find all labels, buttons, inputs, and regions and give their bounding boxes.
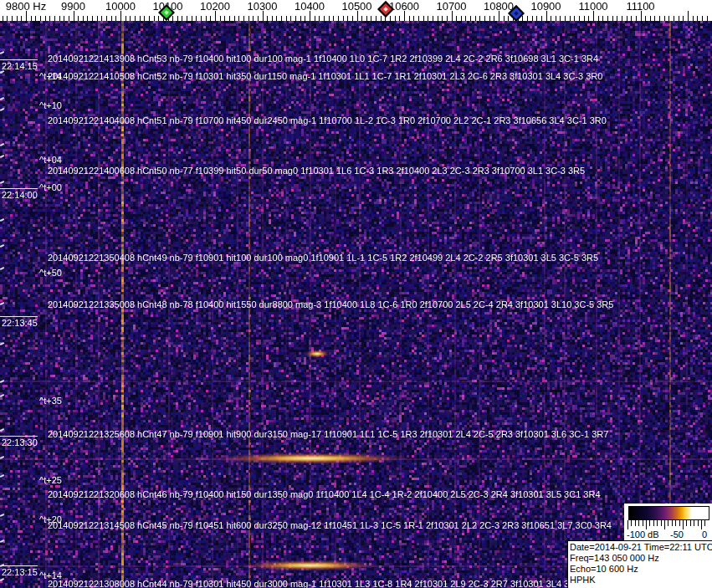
axis-tick — [376, 16, 376, 21]
axis-tick — [650, 16, 651, 21]
axis-tick — [413, 16, 414, 21]
axis-tick — [343, 16, 344, 21]
event-log-line: 20140921221335008 hCnt48 nb-78 f10400 hi… — [48, 299, 613, 309]
axis-tick — [305, 16, 305, 21]
axis-tick — [679, 16, 679, 21]
db-gradient-bar — [628, 506, 709, 520]
axis-tick — [584, 16, 585, 21]
db-label-min: -100 dB — [627, 529, 659, 539]
time-offset-marker: ^t+20 — [39, 514, 62, 524]
axis-tick — [574, 16, 575, 21]
time-axis-label: 22:14:00 — [2, 190, 38, 200]
axis-tick — [683, 16, 684, 21]
axis-tick — [201, 16, 202, 21]
axis-tick — [627, 16, 627, 21]
axis-tick — [602, 16, 603, 21]
info-line-echo: Echo=10 600 Hz — [570, 564, 712, 575]
axis-tick — [329, 16, 330, 21]
axis-tick — [111, 16, 112, 21]
axis-tick — [115, 16, 116, 21]
axis-tick — [83, 16, 84, 21]
time-axis-label: 22:13:45 — [2, 318, 38, 328]
axis-tick — [144, 16, 145, 21]
axis-tick — [536, 16, 537, 21]
axis-tick — [541, 16, 542, 21]
freq-axis-label: 11000 — [578, 0, 607, 13]
axis-tick — [45, 16, 46, 21]
freq-axis-label: 10500 — [341, 0, 371, 13]
axis-tick — [465, 16, 466, 21]
axis-tick — [272, 16, 273, 21]
time-offset-marker: ^t+14 — [39, 570, 62, 580]
axis-tick — [565, 16, 566, 21]
axis-tick — [276, 16, 277, 21]
axis-tick — [570, 16, 571, 21]
axis-tick — [484, 16, 485, 21]
axis-tick — [622, 16, 622, 21]
time-offset-marker: ^t+10 — [39, 100, 62, 110]
axis-tick — [187, 16, 187, 21]
axis-tick — [140, 16, 141, 21]
info-line-freq: Freq=143 050 000 Hz — [570, 553, 712, 564]
axis-tick — [556, 16, 556, 21]
axis-tick — [636, 16, 637, 21]
freq-axis-label: 10300 — [247, 0, 277, 13]
axis-tick — [668, 16, 669, 21]
axis-tick — [598, 16, 599, 21]
axis-tick — [234, 16, 235, 21]
axis-tick — [532, 16, 533, 21]
axis-tick — [267, 16, 268, 21]
axis-tick — [409, 16, 410, 21]
freq-axis-label: 9800 Hz — [6, 0, 46, 13]
time-offset-marker: ^t+25 — [39, 475, 62, 485]
axis-tick — [399, 16, 400, 21]
time-axis-label: 22:13:15 — [2, 567, 38, 577]
axis-tick — [158, 16, 159, 21]
axis-tick — [579, 16, 580, 21]
spectrogram-window: 9800 Hz990010000101001020010300104001050… — [0, 0, 712, 588]
axis-tick — [3, 16, 3, 21]
axis-tick — [654, 16, 655, 21]
axis-tick — [64, 16, 64, 21]
axis-tick — [210, 16, 211, 21]
event-log-line: 20140921221410508 hCnt52 nb-79 f10301 hi… — [48, 71, 602, 81]
axis-tick — [182, 16, 182, 21]
axis-tick — [456, 16, 457, 21]
axis-tick — [125, 16, 126, 21]
axis-tick — [21, 16, 22, 21]
axis-tick — [347, 16, 348, 21]
db-label-max: 0 — [702, 529, 707, 539]
time-axis-label: 22:14:15 — [2, 61, 38, 71]
axis-tick — [17, 16, 18, 21]
axis-tick — [7, 16, 8, 21]
axis-tick — [135, 16, 136, 21]
axis-tick — [645, 16, 646, 21]
axis-tick — [697, 16, 698, 21]
axis-tick — [428, 16, 428, 21]
event-log-line: 20140921221400608 hCnt50 nb-77 f10399 hi… — [48, 166, 585, 176]
axis-tick — [196, 16, 197, 21]
axis-tick — [361, 16, 362, 21]
freq-axis-label: 10700 — [436, 0, 466, 13]
event-log-line: 20140921221325608 hCnt47 nb-79 f10901 hi… — [48, 429, 608, 439]
info-line-station: HPHK — [570, 575, 712, 585]
db-scale-legend: -100 dB -50 0 — [624, 504, 712, 540]
freq-axis-label: 10400 — [295, 0, 325, 13]
axis-tick — [489, 16, 490, 21]
axis-tick — [192, 16, 192, 21]
axis-tick — [607, 16, 608, 21]
axis-tick — [54, 16, 55, 21]
freq-axis-label: 9900 — [61, 0, 85, 13]
axis-tick — [319, 16, 320, 21]
db-label-mid: -50 — [670, 529, 684, 539]
axis-tick — [423, 16, 424, 21]
red-diamond-marker-icon-core — [383, 7, 388, 12]
axis-tick — [92, 16, 93, 21]
axis-tick — [333, 16, 334, 21]
time-offset-marker: ^t+50 — [39, 268, 62, 278]
axis-tick — [238, 16, 239, 21]
time-offset-marker: ^t+14 — [39, 71, 62, 81]
blue-diamond-marker-icon-core — [514, 11, 519, 16]
time-axis-label: 22:13:30 — [2, 437, 38, 447]
axis-tick — [206, 16, 207, 21]
